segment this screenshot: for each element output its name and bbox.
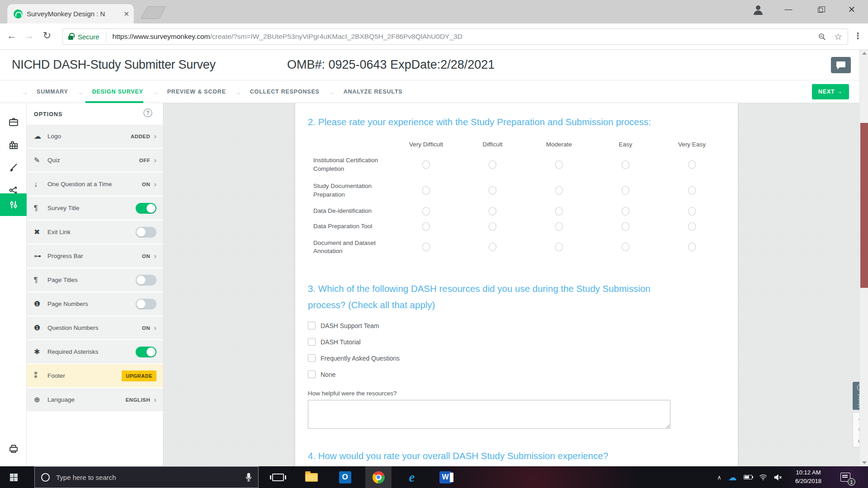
radio-button[interactable] [555,207,563,216]
back-button[interactable]: ← [5,30,19,42]
profile-icon[interactable] [752,4,764,15]
toggle-on[interactable] [136,347,156,357]
wifi-icon[interactable] [759,474,767,480]
radio-button[interactable] [489,160,496,169]
radio-button[interactable] [555,160,563,169]
restore-button[interactable] [807,0,833,19]
chevron-right-icon[interactable]: › [154,395,156,404]
browser-menu-icon[interactable]: ⋮ [854,31,862,41]
chevron-right-icon[interactable]: › [154,324,156,333]
chevron-right-icon[interactable]: › [154,180,156,189]
radio-button[interactable] [489,207,496,216]
radio-button[interactable] [622,186,629,195]
radio-button[interactable] [489,222,496,231]
taskbar-search[interactable]: Type here to search [34,466,259,488]
chrome-button-active[interactable] [365,466,392,488]
scroll-up-arrow-icon[interactable] [860,50,868,57]
radio-button[interactable] [688,160,696,169]
radio-button[interactable] [622,243,629,251]
radio-button[interactable] [555,222,563,231]
radio-button[interactable] [422,186,430,195]
tab-close-icon[interactable]: ✕ [123,10,129,18]
taskbar-clock[interactable]: 10:12 AM 6/20/2018 [790,466,826,488]
radio-button[interactable] [622,160,629,169]
checkbox[interactable] [308,322,316,329]
edge-button[interactable]: e [399,466,425,488]
build-icon[interactable] [0,111,27,134]
options-icon[interactable] [0,193,27,216]
options-row[interactable]: ❶ Page Numbers [27,292,163,315]
scrollbar-thumb[interactable] [860,123,868,288]
q3-comment-textarea[interactable] [308,400,670,429]
nav-step[interactable]: → SUMMARY [13,80,68,103]
printer-icon[interactable] [0,437,27,460]
nav-step[interactable]: → ANALYZE RESULTS [320,80,403,103]
options-row[interactable]: ☁ Logo ADDED › [27,125,163,148]
chevron-right-icon[interactable]: › [154,132,156,141]
task-view-button[interactable] [265,466,291,488]
battery-icon[interactable] [744,475,752,479]
nav-step[interactable]: → COLLECT RESPONSES [226,80,320,103]
new-tab-button[interactable] [141,6,166,19]
file-explorer-button[interactable] [298,466,325,488]
options-row[interactable]: ⊶ Progress Bar ON › [27,244,163,267]
microphone-icon[interactable] [245,473,252,482]
toggle-off[interactable] [136,299,156,310]
options-row[interactable]: ❶ Question Numbers ON › [27,316,163,339]
close-button[interactable]: ✕ [839,0,864,19]
checkbox-option[interactable]: DASH Tutorial [308,338,726,346]
radio-button[interactable] [422,243,430,251]
zoom-out-icon[interactable] [818,33,826,41]
forward-button[interactable]: → [22,30,36,42]
checkbox[interactable] [308,354,316,362]
toggle-on[interactable] [136,203,156,214]
checkbox[interactable] [308,338,316,346]
options-row[interactable]: ✱ Required Asterisks [27,340,163,363]
scroll-down-arrow-icon[interactable] [860,459,868,466]
theme-icon[interactable] [0,156,27,179]
bookmark-star-icon[interactable]: ☆ [834,31,842,42]
browser-tab[interactable]: SurveyMonkey Design : N ✕ [7,4,134,23]
checkbox-option[interactable]: None [308,371,726,378]
upgrade-badge[interactable]: UPGRADE [122,371,156,381]
start-button[interactable] [0,466,27,488]
onedrive-cloud-icon[interactable]: ☁ [728,472,737,482]
question-bank-icon[interactable] [0,134,27,156]
radio-button[interactable] [422,222,430,231]
nav-step[interactable]: → DESIGN SURVEY [68,80,143,103]
radio-button[interactable] [688,243,696,251]
nav-step[interactable]: → PREVIEW & SCORE [143,80,226,103]
toggle-off[interactable] [136,227,156,238]
word-button[interactable]: W [432,466,458,488]
radio-button[interactable] [555,243,563,251]
outlook-button[interactable]: O [332,466,358,488]
options-row[interactable]: ¶ Page Titles [27,268,163,291]
action-center-button[interactable]: 1 [833,466,858,488]
toggle-off[interactable] [136,275,156,286]
options-row[interactable]: ⁑ Footer UPGRADE [27,364,163,387]
radio-button[interactable] [622,222,629,231]
volume-muted-icon[interactable] [774,474,782,481]
radio-button[interactable] [688,186,696,195]
radio-button[interactable] [422,207,430,216]
address-bar[interactable]: Secure https://www.surveymonkey.com/crea… [62,28,848,45]
chat-button[interactable] [831,57,851,73]
reload-button[interactable]: ↻ [40,30,54,42]
radio-button[interactable] [688,222,696,231]
minimize-button[interactable]: — [776,0,801,19]
checkbox-option[interactable]: Frequently Asked Questions [308,354,726,362]
chevron-right-icon[interactable]: › [154,252,156,261]
page-scrollbar[interactable] [859,50,868,466]
radio-button[interactable] [422,160,430,169]
checkbox-option[interactable]: DASH Support Team [308,322,726,329]
checkbox[interactable] [308,371,316,378]
radio-button[interactable] [489,243,496,251]
tray-chevron-icon[interactable]: ∧ [717,474,722,481]
options-row[interactable]: ¶ Survey Title [27,197,163,220]
radio-button[interactable] [622,207,629,216]
next-button[interactable]: NEXT → [812,84,849,99]
options-row[interactable]: ⊕ Language ENGLISH › [27,388,163,411]
options-row[interactable]: ✎ Quiz OFF › [27,149,163,172]
help-circle-icon[interactable]: ? [143,108,152,117]
radio-button[interactable] [555,186,563,195]
